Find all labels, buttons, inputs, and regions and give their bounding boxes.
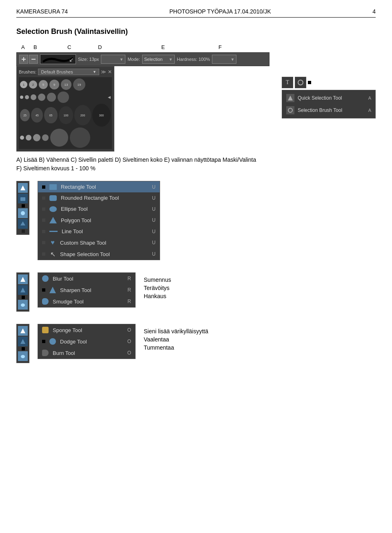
sponge-tool-item-1[interactable]: Dodge Tool O <box>38 336 135 347</box>
svg-marker-3 <box>288 96 293 100</box>
svg-rect-6 <box>20 197 25 201</box>
sponge-label-3: Tummentaa <box>144 344 208 351</box>
sponge-strip-icon-2[interactable] <box>18 337 28 346</box>
strip-icon-1[interactable] <box>18 183 28 193</box>
size-label: Size: 13px <box>78 57 99 62</box>
brush-picker-panel: Brushes: Default Brushes ▼ ≫ ✕ 1 2 5 <box>16 66 114 152</box>
blur-tool-item-1[interactable]: Sharpen Tool R <box>38 284 135 296</box>
blur-strip-sq <box>22 296 25 299</box>
desc-line1: A) Lisää B) Vähennä C) Sivellin paletti … <box>16 156 376 164</box>
sharpen-icon <box>49 287 56 293</box>
rect-icon <box>49 184 57 190</box>
hardness-label: Hardness: 100% <box>177 57 210 62</box>
brushes-label: Brushes: <box>19 69 36 74</box>
subtract-btn[interactable] <box>29 55 38 64</box>
blur-icon <box>42 275 49 282</box>
sponge-labels: Sieni lisää värikylläisyyttä Vaalentaa T… <box>144 324 208 351</box>
sponge-strip-icon-3[interactable] <box>18 351 28 361</box>
label-f: F <box>218 44 222 50</box>
strip-small-sq-2 <box>22 230 25 233</box>
blur-label-3: Hankaus <box>144 293 171 299</box>
qs-item-2[interactable]: Selection Brush Tool A <box>282 104 375 116</box>
qs-popup: Quick Selection Tool A Selection Brush T… <box>282 90 376 118</box>
blur-label-1: Sumennus <box>144 277 171 283</box>
sponge-label-2: Vaalentaa <box>144 336 208 343</box>
dot-blur-1 <box>42 288 45 292</box>
blur-strip-icon-1[interactable] <box>18 274 28 284</box>
smudge-icon <box>42 298 49 305</box>
shape-tool-item-3[interactable]: Polygon Tool U <box>38 214 160 226</box>
qs-item-1[interactable]: Quick Selection Tool A <box>282 92 375 104</box>
blur-tool-item-0[interactable]: Blur Tool R <box>38 273 135 284</box>
dot-1 <box>42 196 45 200</box>
burn-icon <box>42 350 49 356</box>
desc-line2: F) Siveltimen kovuus 1 - 100 % <box>16 164 376 173</box>
tool-add-subtract <box>19 55 38 64</box>
hardness-dropdown[interactable]: ▼ <box>212 55 236 64</box>
toolbox-strip-shapes <box>16 181 29 235</box>
sponge-section: Sponge Tool O Dodge Tool O Burn Tool O S… <box>16 324 376 363</box>
sponge-strip-icon-1[interactable] <box>18 326 28 336</box>
sponge-tool-item-2[interactable]: Burn Tool O <box>38 347 135 359</box>
strip-icon-4[interactable] <box>18 219 28 229</box>
header-left: KAMERASEURA 74 <box>16 8 68 15</box>
header-right: 4 <box>372 8 376 15</box>
shape-tool-item-6[interactable]: ↖ Shape Selection Tool U <box>38 248 160 260</box>
qs-popup-area: T Quick Selection Tool A <box>282 77 376 118</box>
svg-marker-5 <box>20 185 25 190</box>
brush-preview[interactable]: ↙ <box>40 54 76 64</box>
blur-tools-section: Blur Tool R Sharpen Tool R Smudge Tool R… <box>16 272 376 312</box>
toolbox-strip-blur <box>16 272 29 312</box>
shape-tool-item-0[interactable]: Rectangle Tool U <box>38 181 160 192</box>
blur-strip-icon-2[interactable] <box>18 285 28 295</box>
svg-marker-9 <box>20 277 25 282</box>
shape-tool-item-5[interactable]: ♥ Custom Shape Tool U <box>38 237 160 248</box>
label-c: C <box>67 44 71 50</box>
mode-label: Mode: <box>127 57 140 62</box>
selection-brush-area: A B C D E F ↙ <box>16 44 376 152</box>
shape-tool-item-4[interactable]: Line Tool U <box>38 226 160 237</box>
toolbox-strip-sponge <box>16 324 29 363</box>
strip-icon-3[interactable] <box>18 208 28 218</box>
blur-tool-menu: Blur Tool R Sharpen Tool R Smudge Tool R <box>38 272 136 308</box>
sponge-icon <box>42 327 49 333</box>
strip-icon-2[interactable] <box>18 194 28 203</box>
svg-point-14 <box>21 355 25 358</box>
svg-point-4 <box>288 108 292 112</box>
sponge-strip-sq <box>22 347 25 350</box>
dot-6 <box>42 252 45 256</box>
qs-icon-2 <box>286 106 294 114</box>
shape-tool-item-2[interactable]: Ellipse Tool U <box>38 203 160 214</box>
blur-strip-icon-3[interactable] <box>18 300 28 310</box>
svg-point-7 <box>21 211 25 215</box>
heart-icon: ♥ <box>49 239 56 246</box>
label-e: E <box>161 44 165 50</box>
dot-sponge-1 <box>42 340 45 343</box>
qs-icon-1 <box>286 94 294 102</box>
clock-icon <box>295 77 306 88</box>
polygon-icon <box>49 217 57 223</box>
section-title: Selection Brush (Valintasivellin) <box>16 27 376 36</box>
label-d: D <box>98 44 102 50</box>
shape-tools-section: Rectangle Tool U Rounded Rectangle Tool … <box>16 181 376 260</box>
panel-close[interactable]: ✕ <box>108 69 112 75</box>
line-icon <box>49 231 58 232</box>
svg-rect-2 <box>31 59 36 60</box>
svg-marker-12 <box>20 328 25 333</box>
sponge-tool-item-0[interactable]: Sponge Tool O <box>38 324 135 336</box>
brushes-dropdown[interactable]: Default Brushes ▼ <box>38 69 99 75</box>
shape-tool-item-1[interactable]: Rounded Rectangle Tool U <box>38 192 160 203</box>
size-dropdown[interactable]: ▼ <box>101 55 125 64</box>
description: A) Lisää B) Vähennä C) Sivellin paletti … <box>16 156 376 173</box>
brush-grid: 1 2 5 9 13 19 ◀ <box>19 77 112 149</box>
strip-small-sq-1 <box>22 204 25 207</box>
add-btn[interactable] <box>19 55 28 64</box>
mode-dropdown[interactable]: Selection ▼ <box>142 55 175 64</box>
dot-indicator-0 <box>42 185 45 189</box>
blur-tool-item-2[interactable]: Smudge Tool R <box>38 296 135 307</box>
panel-expand[interactable]: ≫ <box>101 69 106 75</box>
toolbar: ↙ Size: 13px ▼ Mode: Selection ▼ Hardnes… <box>16 52 270 66</box>
dot-5 <box>42 241 45 244</box>
text-tool-icon: T <box>282 77 293 88</box>
rounded-rect-icon <box>49 195 57 201</box>
